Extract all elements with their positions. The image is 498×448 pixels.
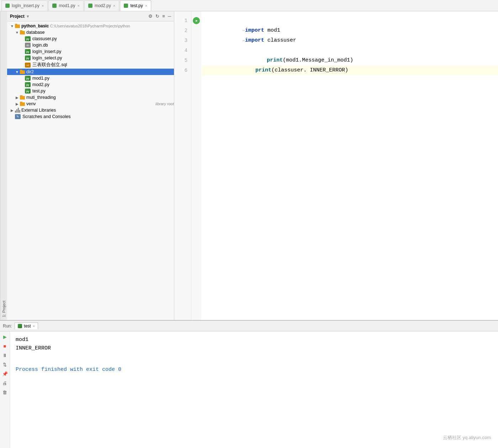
svg-rect-5 [20, 70, 22, 71]
side-label: 1: Project [0, 11, 7, 320]
run-pause-button[interactable]: ⏸ [1, 351, 9, 359]
tree-item-logIn-select[interactable]: py logIn_select.py [7, 55, 174, 61]
tree-item-label: database [26, 30, 174, 35]
tree-item-muti-threading[interactable]: ▶ muti_threading [7, 94, 174, 101]
tree-item-logIn-insert[interactable]: py logIn_insert.py [7, 48, 174, 55]
py-file-icon: py [25, 55, 31, 60]
run-play-button[interactable]: ▶ [1, 333, 9, 341]
svg-rect-8 [20, 102, 25, 106]
sync-icon[interactable]: ↻ [155, 14, 159, 19]
tree-item-label: dir2 [26, 69, 174, 74]
sql-file-icon: sql [25, 63, 31, 68]
menu-icon[interactable]: ≡ [162, 14, 165, 19]
tab-mod2[interactable]: mod2.py × [84, 0, 119, 11]
output-line-1: mod1 [16, 336, 492, 344]
run-header: Run: test × [0, 321, 498, 331]
tree-item-label: muti_threading [26, 95, 174, 100]
run-print-button[interactable]: 🖨 [1, 379, 9, 387]
folder-icon [20, 95, 26, 100]
py-file-icon: py [25, 89, 31, 94]
run-rerun-button[interactable]: ⇅ [1, 361, 9, 368]
root-name: python_basic [21, 23, 49, 28]
tree-item-login-db[interactable]: db login.db [7, 42, 174, 48]
tab-close-icon[interactable]: × [78, 4, 80, 8]
run-tab-label: test [24, 324, 31, 329]
tree-item-classuser[interactable]: py classuser.py [7, 36, 174, 42]
tab-mod1[interactable]: mod1.py × [48, 0, 83, 11]
scratch-icon [15, 114, 21, 119]
svg-rect-3 [20, 30, 22, 31]
output-line-2: INNER_ERROR [16, 344, 492, 353]
tree-item-mod1[interactable]: py mod1.py [7, 75, 174, 81]
py-file-icon: py [25, 36, 31, 41]
tree-item-label: 三表联合创立.sql [32, 62, 174, 68]
watermark: 云栖社区 yq.aliyun.com [443, 434, 491, 441]
py-file-icon [124, 4, 128, 8]
run-side-toolbar: ▶ ■ ⏸ ⇅ 📌 🖨 🗑 [0, 331, 10, 448]
tab-label: mod2.py [95, 3, 111, 8]
run-label: Run: [3, 324, 12, 329]
tree-item-mod2[interactable]: py mod2.py [7, 81, 174, 88]
tree-item-sql[interactable]: sql 三表联合创立.sql [7, 61, 174, 69]
project-label: Project [10, 14, 25, 19]
run-button[interactable] [193, 17, 200, 24]
tree-item-scratches[interactable]: Scratches and Consoles [7, 113, 174, 120]
code-line-1: ⌐import mod1 [201, 16, 498, 26]
tree-item-label: logIn_insert.py [32, 49, 174, 54]
settings-icon[interactable]: ⚙ [148, 14, 153, 19]
line-numbers: 1 2 3 4 5 6 [174, 11, 191, 320]
tree-item-database[interactable]: ▼ database [7, 29, 174, 36]
py-file-icon: py [25, 49, 31, 54]
py-file-icon [88, 4, 92, 8]
run-output: mod1 INNER_ERROR Process finished with e… [10, 331, 498, 448]
tab-label: mod1.py [59, 3, 75, 8]
tree-item-label: logIn_select.py [32, 55, 174, 60]
root-path: C:\Users\avatus2018\PycharmProjects\pyth… [50, 24, 130, 28]
run-stop-button[interactable]: ■ [1, 342, 9, 350]
tab-logIn_insert[interactable]: logIn_insert.py × [1, 0, 48, 11]
tab-close-icon[interactable]: × [145, 4, 147, 8]
run-body: ▶ ■ ⏸ ⇅ 📌 🖨 🗑 mod1 INNER_ERROR Process f… [0, 331, 498, 448]
run-clear-button[interactable]: 🗑 [1, 388, 9, 396]
folder-icon [15, 23, 21, 28]
bottom-panel: Run: test × ▶ ■ ⏸ ⇅ 📌 🖨 🗑 mod1 INNER_ERR… [0, 320, 498, 448]
tree-item-label: venv [26, 101, 153, 106]
file-tree: ▼ python_basic C:\Users\avatus2018\Pycha… [7, 21, 174, 320]
svg-rect-1 [15, 24, 17, 25]
code-editor[interactable]: 1 2 3 4 5 6 [174, 11, 498, 320]
run-tab-close[interactable]: × [33, 324, 35, 328]
code-content[interactable]: ⌐import mod1 ⌐import classuser print(mod… [201, 11, 498, 320]
py-file-icon [52, 4, 57, 8]
tree-item-label: mod1.py [32, 76, 174, 81]
tree-item-label: External Libraries [21, 108, 174, 113]
run-tab-test[interactable]: test × [15, 322, 38, 329]
tab-test[interactable]: test.py × [120, 0, 151, 11]
tree-item-dir2[interactable]: ▼ dir2 [7, 69, 174, 75]
run-tab-icon [18, 324, 22, 328]
svg-rect-9 [20, 102, 22, 103]
tree-item-test[interactable]: py test.py [7, 88, 174, 94]
tab-label: test.py [130, 3, 143, 8]
editor-area: 1 2 3 4 5 6 [174, 11, 498, 320]
svg-rect-6 [20, 96, 25, 100]
svg-rect-7 [20, 95, 22, 96]
output-line-process: Process finished with exit code 0 [16, 366, 492, 374]
tab-close-icon[interactable]: × [42, 4, 44, 8]
tab-bar: logIn_insert.py × mod1.py × mod2.py × te… [0, 0, 498, 11]
code-line-4: print(mod1.Message_in_mod1) [201, 46, 498, 55]
tree-item-venv[interactable]: ▶ venv library root [7, 101, 174, 107]
venv-sublabel: library root [155, 102, 174, 106]
svg-rect-0 [15, 25, 20, 28]
tree-item-label: mod2.py [32, 82, 174, 87]
tree-root[interactable]: ▼ python_basic C:\Users\avatus2018\Pycha… [7, 23, 174, 29]
run-pin-button[interactable]: 📌 [1, 370, 9, 378]
minimize-icon[interactable]: ─ [168, 14, 171, 19]
output-line-empty [16, 353, 492, 361]
db-file-icon: db [25, 43, 31, 48]
folder-icon [20, 69, 26, 74]
tab-close-icon[interactable]: × [113, 4, 115, 8]
tree-item-label: classuser.py [32, 36, 174, 41]
svg-rect-4 [20, 70, 25, 74]
tree-item-label: login.db [32, 43, 174, 48]
tree-item-ext-libs[interactable]: ▶ External Libraries [7, 107, 174, 113]
